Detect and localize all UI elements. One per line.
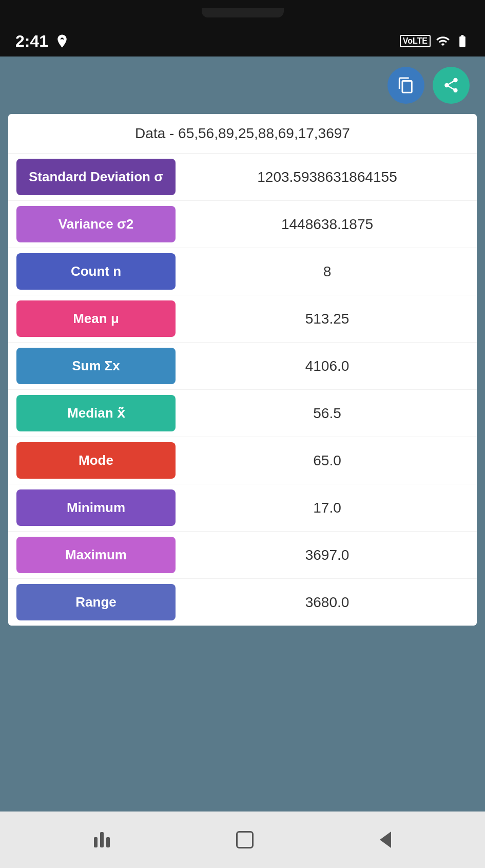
stat-row-minimum: Minimum17.0 <box>8 484 477 532</box>
stats-table: Standard Deviation σ1203.5938631864155Va… <box>8 154 477 626</box>
clock: 2:41 <box>15 32 48 51</box>
stat-value-sum: 4106.0 <box>176 358 469 374</box>
stat-value-maximum: 3697.0 <box>176 547 469 563</box>
location-icon <box>54 33 70 49</box>
stat-label-std-dev: Standard Deviation σ <box>16 159 176 195</box>
home-icon <box>236 831 254 848</box>
stat-value-variance: 1448638.1875 <box>176 216 469 233</box>
notch <box>202 8 284 17</box>
stat-label-mode: Mode <box>16 442 176 479</box>
stat-value-minimum: 17.0 <box>176 500 469 516</box>
share-icon <box>442 77 460 94</box>
stat-row-maximum: Maximum3697.0 <box>8 532 477 579</box>
stat-value-mean: 513.25 <box>176 311 469 327</box>
share-button[interactable] <box>433 67 470 104</box>
stat-label-minimum: Minimum <box>16 489 176 526</box>
stat-row-range: Range3680.0 <box>8 579 477 626</box>
stat-row-mode: Mode65.0 <box>8 437 477 484</box>
stat-row-median: Median x̃56.5 <box>8 390 477 437</box>
nav-bar <box>0 812 485 868</box>
status-bar: 2:41 VoLTE <box>0 26 485 56</box>
volte-badge: VoLTE <box>400 35 431 47</box>
signal-icon <box>436 34 450 48</box>
stat-value-count: 8 <box>176 263 469 280</box>
stat-row-mean: Mean μ513.25 <box>8 295 477 343</box>
stat-label-median: Median x̃ <box>16 395 176 431</box>
stat-label-count: Count n <box>16 253 176 290</box>
toolbar <box>0 56 485 114</box>
stat-row-variance: Variance σ21448638.1875 <box>8 201 477 248</box>
home-button[interactable] <box>228 823 262 857</box>
stat-row-count: Count n8 <box>8 248 477 295</box>
status-time: 2:41 <box>15 32 70 51</box>
stat-label-maximum: Maximum <box>16 537 176 573</box>
copy-button[interactable] <box>387 67 424 104</box>
stat-label-sum: Sum Σx <box>16 348 176 384</box>
recents-icon <box>94 832 110 847</box>
data-header: Data - 65,56,89,25,88,69,17,3697 <box>8 114 477 154</box>
recents-button[interactable] <box>86 824 118 856</box>
stat-row-sum: Sum Σx4106.0 <box>8 343 477 390</box>
copy-icon <box>397 77 415 94</box>
stat-value-mode: 65.0 <box>176 452 469 469</box>
stat-value-median: 56.5 <box>176 405 469 422</box>
app-container: Data - 65,56,89,25,88,69,17,3697 Standar… <box>0 56 485 812</box>
stat-value-range: 3680.0 <box>176 594 469 611</box>
stat-value-std-dev: 1203.5938631864155 <box>176 169 469 185</box>
data-text: Data - 65,56,89,25,88,69,17,3697 <box>135 125 350 141</box>
stat-label-range: Range <box>16 584 176 620</box>
stat-label-mean: Mean μ <box>16 300 176 337</box>
phone-frame: 2:41 VoLTE <box>0 0 485 868</box>
back-icon <box>380 832 391 848</box>
stat-label-variance: Variance σ2 <box>16 206 176 242</box>
notch-bar <box>0 0 485 26</box>
status-icons: VoLTE <box>400 34 470 48</box>
stat-row-std-dev: Standard Deviation σ1203.5938631864155 <box>8 154 477 201</box>
battery-icon <box>455 34 470 48</box>
empty-area <box>0 626 485 812</box>
back-button[interactable] <box>372 823 399 856</box>
